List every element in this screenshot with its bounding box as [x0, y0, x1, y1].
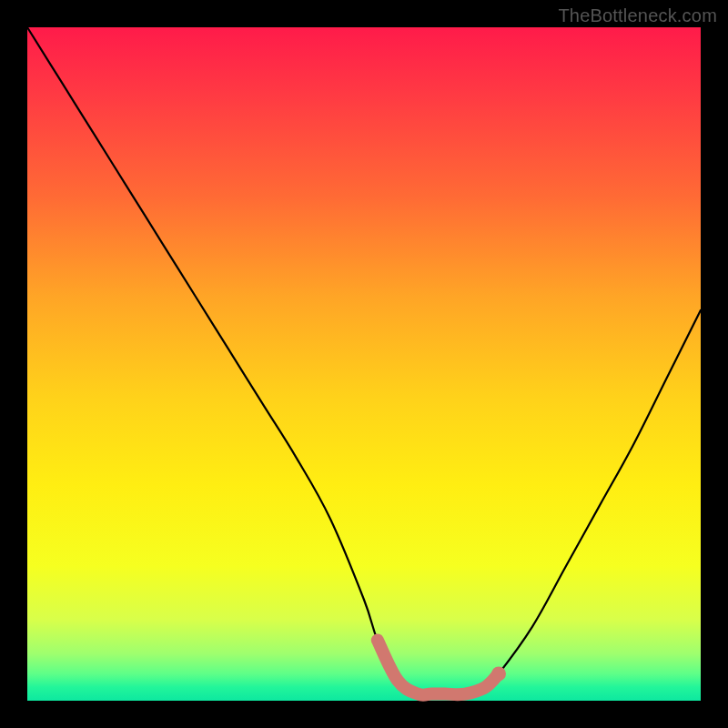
watermark-text: TheBottleneck.com [558, 5, 717, 26]
plot-area [27, 27, 701, 701]
optimal-range-highlight [378, 640, 499, 694]
highlight-end-dot [491, 666, 506, 681]
chart-frame: TheBottleneck.com [0, 0, 728, 728]
bottleneck-curve-line [27, 27, 701, 695]
chart-svg [27, 27, 701, 701]
